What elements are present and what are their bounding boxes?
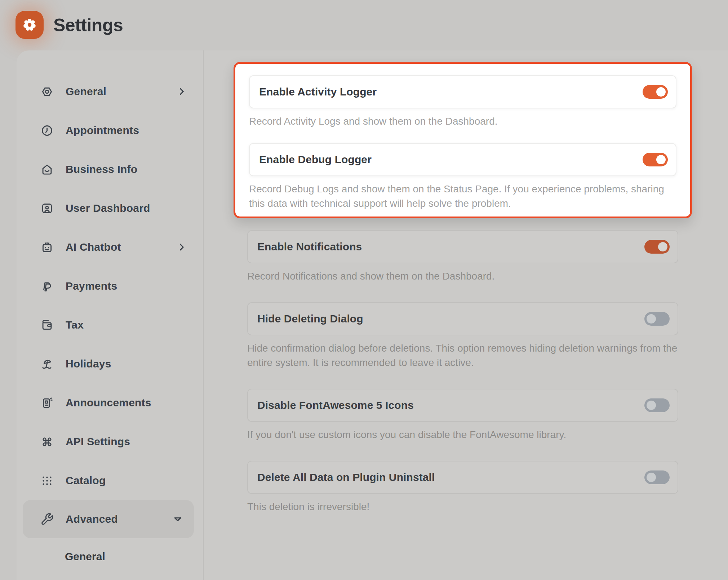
settings-content: Enable Activity LoggerRecord Activity Lo…	[234, 62, 692, 514]
tour-highlight-box: Enable Activity LoggerRecord Activity Lo…	[234, 62, 692, 218]
setting-title: Enable Debug Logger	[259, 153, 372, 166]
sidebar-item-label: User Dashboard	[66, 202, 150, 214]
sidebar-item-announcements[interactable]: Announcements	[17, 383, 203, 422]
sidebar-item-ai-chatbot[interactable]: AI Chatbot	[17, 228, 203, 267]
enable-notifications-toggle[interactable]	[644, 240, 670, 254]
sidebar-item-label: Advanced	[66, 513, 118, 525]
general-icon	[40, 85, 54, 98]
setting-group-hide-deleting-dialog: Hide Deleting DialogHide confirmation di…	[234, 302, 692, 370]
setting-group-disable-fontawesome-5-icons: Disable FontAwesome 5 IconsIf you don't …	[234, 389, 692, 442]
toggle-knob	[656, 155, 666, 164]
sidebar-item-label: Appointments	[66, 124, 139, 137]
sidebar-item-holidays[interactable]: Holidays	[17, 344, 203, 383]
setting-description: Record Activity Logs and show them on th…	[249, 114, 676, 129]
sidebar: GeneralAppointmentsBusiness InfoUser Das…	[17, 50, 203, 575]
tax-icon	[40, 318, 54, 332]
user-dashboard-icon	[40, 202, 54, 215]
setting-card: Enable Notifications	[247, 230, 678, 263]
enable-activity-logger-toggle[interactable]	[643, 85, 668, 99]
hide-deleting-dialog-toggle[interactable]	[644, 312, 670, 326]
sidebar-item-api-settings[interactable]: API Settings	[17, 422, 203, 461]
sidebar-subitem-label: General	[65, 550, 105, 563]
page-title: Settings	[53, 0, 123, 50]
chevron-right-icon	[176, 242, 187, 253]
ai-chatbot-icon	[40, 241, 54, 254]
setting-card: Disable FontAwesome 5 Icons	[247, 389, 678, 422]
sidebar-item-label: Holidays	[66, 358, 111, 370]
advanced-icon	[40, 513, 54, 526]
toggle-knob	[656, 87, 666, 97]
gear-icon	[20, 15, 39, 34]
setting-title: Hide Deleting Dialog	[257, 313, 363, 325]
delete-all-data-on-plugin-uninstall-toggle[interactable]	[644, 470, 670, 484]
toggle-knob	[647, 473, 656, 482]
sidebar-item-label: Business Info	[66, 163, 137, 175]
sidebar-item-label: Catalog	[66, 474, 106, 487]
setting-group-enable-activity-logger: Enable Activity LoggerRecord Activity Lo…	[249, 75, 676, 129]
catalog-icon	[40, 474, 54, 487]
sidebar-item-label: Announcements	[66, 397, 151, 409]
announcements-icon	[40, 396, 54, 410]
sidebar-item-label: General	[66, 85, 106, 98]
setting-description: Hide confirmation dialog before deletion…	[247, 341, 678, 370]
holidays-icon	[40, 357, 54, 371]
sidebar-item-appointments[interactable]: Appointments	[17, 111, 203, 150]
sidebar-item-payments[interactable]: Payments	[17, 267, 203, 305]
sidebar-item-business-info[interactable]: Business Info	[17, 150, 203, 189]
app-header: Settings	[0, 0, 728, 50]
toggle-knob	[658, 242, 667, 251]
sidebar-item-user-dashboard[interactable]: User Dashboard	[17, 189, 203, 228]
disable-fontawesome-5-icons-toggle[interactable]	[644, 398, 670, 412]
settings-list: Enable NotificationsRecord Notifications…	[234, 230, 692, 514]
toggle-knob	[647, 401, 656, 410]
sidebar-subitem-general[interactable]: General	[17, 538, 203, 575]
sidebar-item-tax[interactable]: Tax	[17, 305, 203, 344]
setting-title: Enable Activity Logger	[259, 86, 377, 98]
sidebar-item-advanced[interactable]: Advanced	[23, 500, 194, 538]
sidebar-item-catalog[interactable]: Catalog	[17, 461, 203, 500]
enable-debug-logger-toggle[interactable]	[643, 153, 668, 166]
setting-description: If you don't use custom icons you can di…	[247, 428, 678, 442]
setting-description: Record Notifications and show them on th…	[247, 269, 678, 284]
toggle-knob	[647, 314, 656, 324]
chevron-right-icon	[176, 86, 187, 97]
setting-description: Record Debug Logs and show them on the S…	[249, 182, 676, 211]
business-info-icon	[40, 163, 54, 176]
setting-title: Disable FontAwesome 5 Icons	[257, 399, 414, 411]
setting-card: Enable Debug Logger	[249, 143, 676, 176]
setting-group-delete-all-data-on-plugin-uninstall: Delete All Data on Plugin UninstallThis …	[234, 461, 692, 514]
settings-logo	[15, 11, 44, 39]
setting-title: Enable Notifications	[257, 241, 362, 253]
setting-description: This deletion is irreversible!	[247, 500, 678, 514]
setting-card: Hide Deleting Dialog	[247, 302, 678, 335]
sidebar-item-general[interactable]: General	[17, 72, 203, 111]
setting-card: Delete All Data on Plugin Uninstall	[247, 461, 678, 494]
sidebar-item-label: Tax	[66, 319, 84, 331]
setting-title: Delete All Data on Plugin Uninstall	[257, 471, 435, 483]
api-settings-icon	[40, 435, 54, 449]
sidebar-item-label: Payments	[66, 280, 117, 292]
setting-group-enable-debug-logger: Enable Debug LoggerRecord Debug Logs and…	[249, 143, 676, 211]
setting-card: Enable Activity Logger	[249, 75, 676, 108]
chevron-down-icon	[172, 514, 183, 525]
appointments-icon	[40, 124, 54, 137]
sidebar-item-label: AI Chatbot	[66, 241, 121, 253]
payments-icon	[40, 280, 54, 293]
content-panel: GeneralAppointmentsBusiness InfoUser Das…	[17, 50, 728, 580]
sidebar-divider	[203, 50, 204, 580]
sidebar-item-label: API Settings	[66, 436, 130, 448]
setting-group-enable-notifications: Enable NotificationsRecord Notifications…	[234, 230, 692, 284]
